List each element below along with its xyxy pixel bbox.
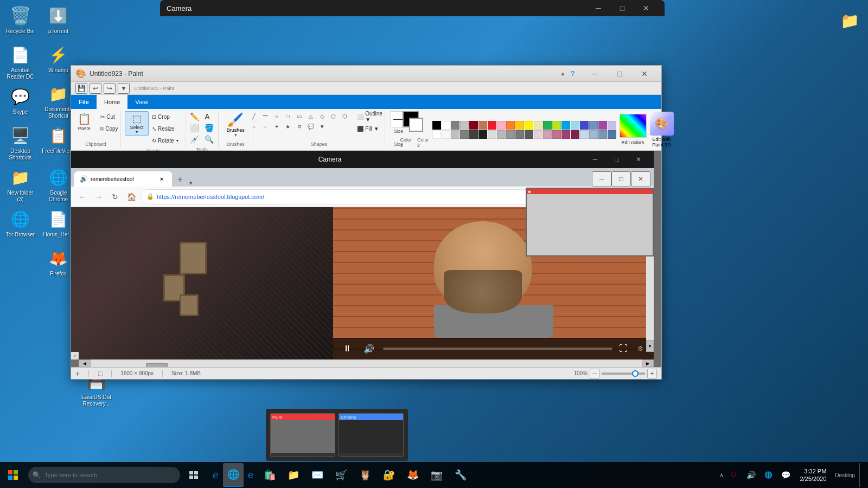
resize-button[interactable]: ⤡ Resize: [150, 123, 181, 134]
zoom-handle[interactable]: [632, 370, 639, 377]
inner-chrome-tab[interactable]: 🔊 rememberlessfool ✕: [74, 171, 172, 187]
inner-forward-button[interactable]: →: [92, 190, 106, 204]
shape-pentagon[interactable]: ⬠: [328, 111, 339, 121]
taskbar-tripadvisor[interactable]: 🦉: [353, 463, 377, 487]
shape-hexagon[interactable]: ⬡: [340, 111, 350, 121]
swatch-indigo[interactable]: [580, 121, 589, 130]
desktop-icon-utorrent[interactable]: ⬇️ µTorrent: [41, 3, 76, 41]
shape-arrow-right[interactable]: →: [248, 121, 259, 131]
video-progress-bar[interactable]: [383, 348, 612, 350]
zoom-in-button[interactable]: +: [647, 369, 657, 378]
tab-home[interactable]: Home: [97, 95, 127, 109]
shape-more[interactable]: ▼: [317, 121, 328, 131]
swatch-mid-gray[interactable]: [460, 130, 469, 139]
shape-callout[interactable]: 💬: [305, 121, 316, 131]
canvas-scrollbar-h[interactable]: ◀ ▶: [79, 359, 654, 367]
shape-triangle[interactable]: △: [305, 111, 316, 121]
taskbar-amazon[interactable]: 🛒: [329, 463, 353, 487]
swatch-rose4[interactable]: [561, 130, 570, 139]
swatch-gray4[interactable]: [525, 130, 533, 139]
shape-star6[interactable]: ✡: [294, 121, 305, 131]
thumbnail-paint[interactable]: Paint: [270, 413, 335, 457]
swatch-nearwhite[interactable]: [442, 130, 450, 139]
brushes-button[interactable]: 🖌️ Brushes ▼: [222, 111, 249, 139]
swatch-lime[interactable]: [552, 121, 561, 130]
shape-oval[interactable]: ○: [271, 111, 282, 121]
inner-camera-maximize[interactable]: □: [606, 152, 628, 167]
shape-rounded-rect[interactable]: ▭: [294, 111, 305, 121]
camera-maximize-button[interactable]: □: [610, 1, 634, 16]
thumbnail-chrome[interactable]: Chrome: [339, 413, 404, 457]
swatch-orange[interactable]: [506, 121, 515, 130]
inner-camera-close[interactable]: ✕: [628, 152, 649, 167]
swatch-lightblue[interactable]: [571, 121, 579, 130]
inner-new-tab-button[interactable]: +: [173, 172, 187, 187]
taskbar-store[interactable]: 🛍️: [258, 463, 282, 487]
inner-tab-close[interactable]: ✕: [157, 174, 167, 184]
tray-network[interactable]: 🌐: [761, 467, 776, 483]
swatch-darkred[interactable]: [469, 121, 478, 130]
paint-maximize-button[interactable]: □: [607, 66, 632, 82]
swatch-white2[interactable]: [432, 130, 441, 139]
show-desktop-button[interactable]: [859, 463, 864, 487]
canvas-corner-btn[interactable]: +: [71, 352, 79, 359]
fullscreen-button[interactable]: ⛶: [619, 344, 628, 354]
statusbar-add-btn[interactable]: +: [75, 369, 80, 378]
swatch-lavender[interactable]: [608, 121, 616, 130]
swatch-silver[interactable]: [451, 130, 459, 139]
shape-star4[interactable]: ✦: [271, 121, 282, 131]
swatch-blue[interactable]: [561, 121, 570, 130]
swatch-gray2[interactable]: [506, 130, 515, 139]
swatch-amber[interactable]: [515, 121, 524, 130]
start-button[interactable]: [0, 462, 26, 488]
swatch-yellow[interactable]: [525, 121, 533, 130]
swatch-lightgray2[interactable]: [497, 130, 506, 139]
search-input[interactable]: [28, 467, 180, 483]
shape-line[interactable]: ╱: [248, 111, 259, 121]
paint-minimize-button[interactable]: ─: [582, 66, 607, 82]
desktop-icon-new-folder[interactable]: 📁 New folder (3): [3, 164, 38, 205]
desktop-label[interactable]: Desktop: [833, 472, 857, 478]
volume-button[interactable]: 🔊: [361, 341, 376, 356]
swatch-nearblack[interactable]: [478, 130, 487, 139]
chevron-up-icon[interactable]: ∧: [719, 472, 724, 479]
desktop-icon-desktop-shortcuts[interactable]: 🖥️ Desktop Shortcuts: [3, 123, 38, 163]
taskbar-firefox[interactable]: 🦊: [401, 463, 425, 487]
inner-win-close[interactable]: ✕: [631, 171, 650, 187]
inner-win-maximize[interactable]: □: [611, 171, 631, 187]
swatch-white[interactable]: [442, 121, 450, 130]
swatch-rose3[interactable]: [552, 130, 561, 139]
scroll-down-btn[interactable]: ▼: [646, 340, 654, 352]
qa-redo-button[interactable]: ↪: [104, 83, 116, 94]
scroll-right-btn[interactable]: ▶: [642, 359, 654, 367]
swatch-blue3[interactable]: [598, 130, 607, 139]
fill-button[interactable]: 🪣: [202, 123, 216, 133]
cut-button[interactable]: ✂ Cut: [98, 111, 120, 122]
taskbar-misc[interactable]: 🔧: [449, 463, 473, 487]
swatch-gainsboro[interactable]: [488, 130, 496, 139]
magnifier-button[interactable]: 🔍: [202, 134, 216, 145]
swatch-rose2[interactable]: [543, 130, 552, 139]
taskbar-mail[interactable]: ✉️: [305, 463, 329, 487]
taskbar-edge2[interactable]: e: [244, 463, 258, 487]
camera-close-button[interactable]: ✕: [634, 1, 658, 16]
select-button[interactable]: ⬚ Select ▼: [125, 111, 149, 136]
crop-button[interactable]: ⊡ Crop: [150, 111, 181, 122]
swatch-cream[interactable]: [534, 121, 542, 130]
camera-minimize-button[interactable]: ─: [586, 1, 610, 16]
zoom-out-button[interactable]: ─: [590, 369, 599, 378]
swatch-red[interactable]: [488, 121, 496, 130]
taskbar-edge[interactable]: ℯ: [208, 463, 223, 487]
copy-button[interactable]: ⎘ Copy: [98, 123, 120, 134]
tray-kaspersky[interactable]: 🛡: [726, 467, 741, 483]
tab-file[interactable]: File: [71, 95, 97, 109]
desktop-icon-tor[interactable]: 🌐 Tor Browser: [3, 206, 38, 244]
eyedropper-button[interactable]: 💉: [188, 134, 201, 145]
inner-home-button[interactable]: 🏠: [124, 190, 138, 204]
swatch-gray[interactable]: [451, 121, 459, 130]
settings-button[interactable]: ⚙: [634, 342, 647, 355]
system-clock[interactable]: 3:32 PM 2/25/2020: [795, 467, 831, 483]
taskbar-chrome[interactable]: 🌐: [223, 463, 244, 487]
tray-action-center[interactable]: 💬: [778, 467, 793, 483]
fill-shape-button[interactable]: ⬛ Fill ▼: [355, 123, 390, 134]
